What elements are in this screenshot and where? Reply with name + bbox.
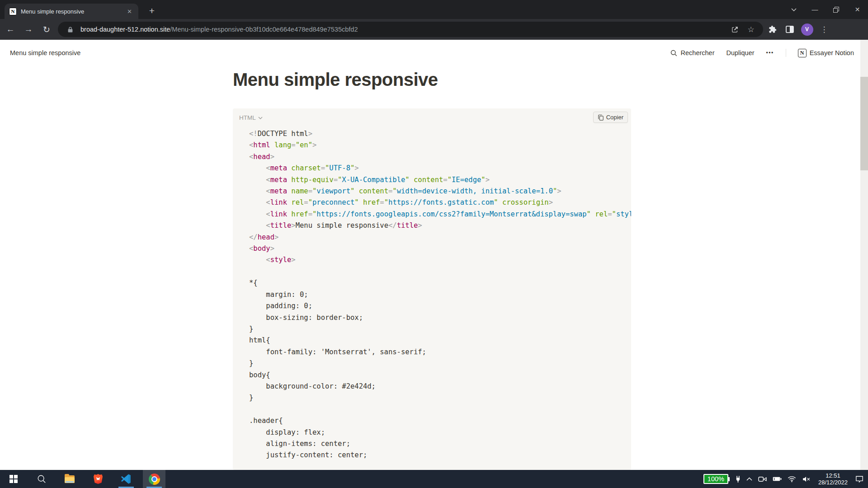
file-explorer-icon	[65, 475, 75, 483]
power-plug-icon[interactable]	[736, 475, 741, 483]
page-title: Menu simple responsive	[233, 70, 438, 90]
page-scrollbar[interactable]	[860, 40, 868, 470]
code-line: <link rel="preconnect" href="https://fon…	[249, 197, 631, 208]
code-line: }	[249, 358, 631, 369]
try-notion-label: Essayer Notion	[810, 49, 854, 56]
code-line	[249, 266, 631, 277]
url-path: /Menu-simple-responsive-0b3f10dc0e664e47…	[170, 26, 358, 33]
code-line: <meta name="viewport" content="width=dev…	[249, 186, 631, 197]
reload-button[interactable]: ↻	[39, 22, 54, 37]
divider	[786, 49, 786, 57]
url-host: broad-daughter-512.notion.site	[80, 26, 170, 33]
code-line: <body>	[249, 243, 631, 254]
tab-search-button[interactable]	[783, 0, 804, 19]
maximize-button[interactable]	[826, 0, 847, 19]
code-line: body{	[249, 370, 631, 381]
side-panel-icon[interactable]	[782, 22, 797, 37]
code-line: box-sizing: border-box;	[249, 312, 631, 324]
file-explorer-button[interactable]	[58, 470, 81, 488]
code-line: <style>	[249, 254, 631, 266]
notion-actions: Rechercher Dupliquer ••• N Essayer Notio…	[670, 49, 854, 57]
code-line: }	[249, 324, 631, 335]
bookmark-star-icon[interactable]: ☆	[745, 23, 757, 35]
code-line: *{	[249, 277, 631, 289]
taskbar-search-button[interactable]	[30, 470, 53, 488]
copy-icon	[598, 114, 604, 121]
scrollbar-thumb[interactable]	[860, 77, 868, 170]
code-line: .header{	[249, 415, 631, 427]
code-line: }	[249, 392, 631, 404]
code-line: <!DOCTYPE html>	[249, 128, 631, 140]
code-line: font-family: 'Montserrat', sans-serif;	[249, 347, 631, 358]
new-tab-button[interactable]: +	[146, 5, 158, 17]
system-tray: 100% 12:51 28/12/2022	[703, 470, 868, 488]
more-options-button[interactable]: •••	[766, 50, 774, 56]
hidden-icons-chevron[interactable]	[746, 477, 752, 481]
language-selector[interactable]: HTML	[239, 114, 263, 121]
code-line: <link href="https://fonts.googleapis.com…	[249, 209, 631, 220]
chevron-down-icon	[791, 8, 797, 11]
profile-avatar[interactable]: V	[799, 22, 815, 37]
try-notion-button[interactable]: N Essayer Notion	[798, 49, 854, 57]
code-lines: <!DOCTYPE html><html lang="en"><head> <m…	[233, 126, 631, 470]
back-button[interactable]: ←	[3, 22, 18, 37]
time-label: 12:51	[818, 472, 848, 479]
minimize-button[interactable]: —	[804, 0, 826, 19]
notion-favicon-icon: N	[9, 8, 17, 15]
extensions-puzzle-icon[interactable]	[765, 22, 780, 37]
address-bar[interactable]: broad-daughter-512.notion.site/Menu-simp…	[58, 22, 763, 37]
notion-topbar: Menu simple responsive Rechercher Dupliq…	[0, 40, 860, 66]
close-window-button[interactable]: ✕	[847, 0, 868, 19]
vscode-button[interactable]	[115, 470, 137, 488]
code-line: background-color: #2e424d;	[249, 381, 631, 392]
lock-icon[interactable]	[64, 23, 76, 35]
chrome-button[interactable]	[143, 470, 165, 488]
url-text: broad-daughter-512.notion.site/Menu-simp…	[80, 26, 724, 33]
action-center-icon[interactable]	[855, 475, 863, 483]
battery-tip	[728, 477, 730, 481]
meet-now-icon[interactable]	[758, 476, 767, 483]
search-button[interactable]: Rechercher	[670, 49, 715, 57]
tab-title: Menu simple responsive	[21, 8, 121, 15]
code-line: <html lang="en">	[249, 140, 631, 151]
code-line: html{	[249, 335, 631, 346]
tab-close-icon[interactable]: ✕	[125, 7, 134, 16]
search-label: Rechercher	[681, 49, 715, 56]
copy-button[interactable]: Copier	[593, 112, 628, 123]
battery-percentage-badge[interactable]: 100%	[703, 474, 730, 484]
code-line	[249, 404, 631, 415]
search-icon	[670, 49, 678, 57]
browser-tab[interactable]: N Menu simple responsive ✕	[5, 4, 138, 19]
duplicate-button[interactable]: Dupliquer	[726, 49, 754, 56]
code-block: HTML Copier <!DOCTYPE html><html lang="e…	[233, 108, 631, 470]
taskbar-clock[interactable]: 12:51 28/12/2022	[816, 472, 849, 486]
vscode-icon	[121, 474, 132, 484]
language-label: HTML	[239, 114, 256, 121]
browser-tab-strip: N Menu simple responsive ✕ + — ✕	[0, 0, 868, 19]
code-line: align-items: center;	[249, 438, 631, 450]
browser-toolbar: ← → ↻ broad-daughter-512.notion.site/Men…	[0, 19, 868, 40]
search-icon	[37, 474, 46, 483]
wifi-icon[interactable]	[788, 476, 796, 483]
notion-page: Menu simple responsive Rechercher Dupliq…	[0, 40, 868, 470]
windows-logo-icon	[9, 475, 18, 483]
battery-icon[interactable]	[773, 476, 782, 482]
windows-taskbar: 100% 12:51 28/12/2022	[0, 470, 868, 488]
breadcrumb[interactable]: Menu simple responsive	[10, 49, 80, 56]
browser-menu-button[interactable]: ⋮	[816, 22, 832, 37]
code-line: justify-content: center;	[249, 450, 631, 461]
start-button[interactable]	[2, 470, 25, 488]
code-line: display: flex;	[249, 427, 631, 438]
restore-icon	[833, 7, 839, 13]
code-line: <meta http-equiv="X-UA-Compatible" conte…	[249, 174, 631, 186]
chrome-icon	[149, 474, 160, 485]
battery-percent-label: 100%	[703, 474, 728, 484]
code-line: <title>Menu simple responsive</title>	[249, 220, 631, 231]
volume-muted-icon[interactable]	[802, 476, 811, 483]
share-icon[interactable]	[729, 23, 741, 35]
brave-icon	[94, 474, 103, 484]
forward-button[interactable]: →	[21, 22, 36, 37]
brave-browser-button[interactable]	[87, 470, 109, 488]
code-block-header: HTML Copier	[233, 108, 631, 126]
code-line: <head>	[249, 151, 631, 163]
